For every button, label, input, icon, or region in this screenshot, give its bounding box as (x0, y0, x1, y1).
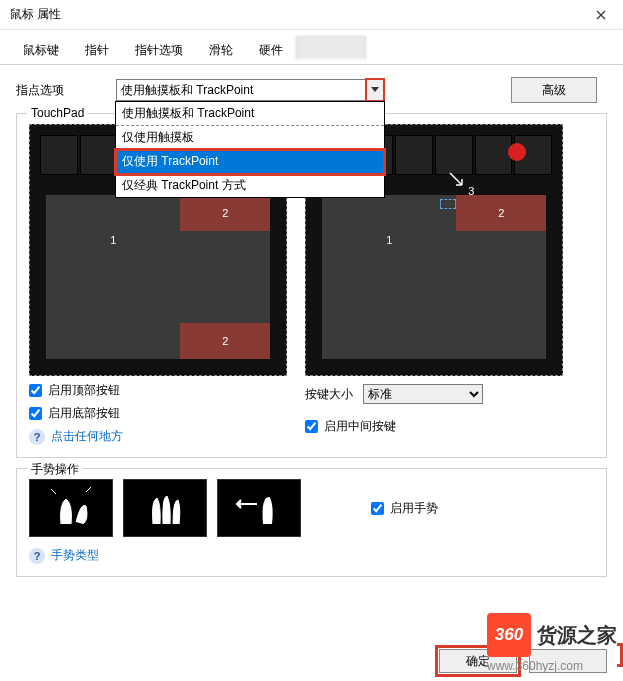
close-icon (596, 10, 606, 20)
zone-2-bottom: 2 (180, 323, 270, 359)
tab-current[interactable] (296, 36, 366, 60)
combo-option-3[interactable]: 仅经典 TrackPoint 方式 (116, 174, 384, 197)
advanced-button[interactable]: 高级 (511, 77, 597, 103)
tab-wheel[interactable]: 滑轮 (196, 36, 246, 64)
hint-gesture-types[interactable]: ?手势类型 (29, 547, 594, 564)
combo-value: 使用触摸板和 TrackPoint (121, 82, 253, 99)
size-label: 按键大小 (305, 386, 353, 403)
zone-2-top: 2 (180, 195, 270, 231)
watermark: 360 货源之家 www.360hyzj.com (487, 613, 617, 673)
window-title: 鼠标 属性 (10, 6, 61, 23)
combo-arrow[interactable] (365, 78, 385, 102)
tab-pointer[interactable]: 指针 (72, 36, 122, 64)
enable-middle-check[interactable]: 启用中间按键 (305, 418, 594, 435)
close-button[interactable] (578, 0, 623, 30)
touchpad-legend: TouchPad (27, 106, 88, 120)
enable-top-check[interactable]: 启用顶部按钮 (29, 382, 287, 399)
gesture-group: 手势操作 启用手势 ?手势类型 (16, 468, 607, 577)
highlight-marker (617, 643, 623, 667)
gesture-legend: 手势操作 (27, 461, 83, 478)
combo-option-0[interactable]: 使用触摸板和 TrackPoint (116, 102, 384, 126)
pointing-combo[interactable]: 使用触摸板和 TrackPoint (116, 79, 384, 101)
watermark-logo: 360 (487, 613, 531, 657)
tab-hardware[interactable]: 硬件 (246, 36, 296, 64)
arrow-icon (448, 171, 468, 191)
enable-bottom-check[interactable]: 启用底部按钮 (29, 405, 287, 422)
enable-gesture-check[interactable]: 启用手势 (371, 500, 438, 517)
help-icon-2: ? (29, 548, 45, 564)
tab-strip: 鼠标键 指针 指针选项 滑轮 硬件 (0, 30, 623, 65)
tab-pointer-options[interactable]: 指针选项 (122, 36, 196, 64)
tab-buttons[interactable]: 鼠标键 (10, 36, 72, 64)
trackpoint-icon-2 (508, 143, 526, 161)
combo-option-1[interactable]: 仅使用触摸板 (116, 126, 384, 150)
combo-option-2[interactable]: 仅使用 TrackPoint (116, 150, 384, 174)
chevron-down-icon (371, 87, 379, 93)
help-icon: ? (29, 429, 45, 445)
hint-click-anywhere[interactable]: ?点击任何地方 (29, 428, 287, 445)
combo-dropdown: 使用触摸板和 TrackPoint 仅使用触摸板 仅使用 TrackPoint … (115, 101, 385, 198)
zone-1: 1 (46, 195, 180, 285)
gesture-swipe-icon (217, 479, 301, 537)
gesture-pinch-icon (29, 479, 113, 537)
pointing-label: 指点选项 (16, 82, 96, 99)
watermark-text: 货源之家 (537, 622, 617, 649)
size-select[interactable]: 标准 (363, 384, 483, 404)
zone-2-top-r: 2 (456, 195, 546, 231)
zone-1-r: 1 (322, 195, 456, 285)
watermark-url: www.360hyzj.com (487, 659, 617, 673)
gesture-three-finger-icon (123, 479, 207, 537)
